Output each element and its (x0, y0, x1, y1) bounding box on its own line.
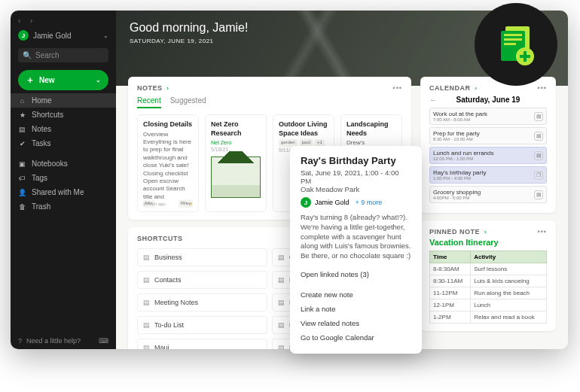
search-icon: 🔍 (23, 51, 32, 59)
nav-forward-icon[interactable]: › (30, 17, 38, 24)
shortcut-item[interactable]: ▤Business (137, 248, 267, 266)
search-placeholder: Search (35, 51, 60, 59)
tag-icon: 🏷 (18, 175, 26, 182)
note-icon: ▤ (143, 254, 150, 261)
pinned-title[interactable]: Vacation Itinerary (429, 238, 547, 247)
sidebar-item-notes[interactable]: ▤Notes (11, 122, 116, 136)
note-link-icon[interactable]: ▤ (534, 190, 543, 199)
calendar-event[interactable]: Lunch and run errands12:00 PM - 1:00 PM▤ (429, 147, 547, 164)
more-icon[interactable]: ••• (538, 228, 547, 236)
share-icon: 👤 (18, 189, 26, 196)
plus-icon: ＋ (26, 74, 35, 87)
avatar: J (18, 30, 29, 41)
note-icon: ▤ (278, 299, 285, 306)
note-icon: ▤ (18, 126, 26, 133)
popup-title: Ray's Birthday Party (301, 155, 411, 166)
pinned-note-panel: PINNED NOTE › ••• Vacation Itinerary Tim… (420, 220, 556, 331)
popup-datetime: Sat, June 19, 2021, 1:00 - 4:00 PM (301, 169, 411, 185)
sidebar: ‹ › J Jamie Gold ⌄ 🔍 Search ＋ New ⌄ ⌂Hom… (11, 11, 116, 349)
calendar-event[interactable]: Grocery shopping4:00PM - 5:00 PM▤ (429, 186, 547, 203)
calendar-event[interactable]: Work out at the park7:00 AM - 8:00 AM▤ (429, 108, 547, 125)
event-popup: Ray's Birthday Party Sat, June 19, 2021,… (290, 146, 422, 354)
note-card[interactable]: Net Zero Research Net Zero 5/18/21 (205, 114, 267, 212)
keyboard-icon[interactable]: ⌨ (99, 337, 108, 345)
sidebar-item-trash[interactable]: 🗑Trash (11, 199, 116, 214)
help-link[interactable]: ? Need a little help? ⌨ (11, 333, 116, 349)
go-to-google-calendar[interactable]: Go to Google Calendar (301, 330, 411, 345)
open-linked-notes[interactable]: Open linked notes (3) (301, 267, 411, 281)
note-icon: ▤ (143, 344, 150, 349)
house-sketch-icon (211, 156, 261, 198)
notes-header: NOTES (137, 84, 163, 92)
check-icon: ✔ (18, 140, 26, 147)
copy-icon[interactable]: ❐ (534, 171, 543, 180)
note-icon: ▤ (278, 254, 285, 261)
view-related-notes[interactable]: View related notes (301, 316, 411, 330)
more-icon[interactable]: ••• (393, 84, 402, 92)
note-icon: ▤ (143, 321, 150, 329)
calendar-event[interactable]: Ray's birthday party1:00 PM - 4:00 PM❐ (429, 166, 547, 184)
caret-right-icon[interactable]: › (167, 86, 169, 91)
table-row: 11-12PMRun along the beach (430, 287, 547, 299)
svg-rect-4 (504, 43, 516, 45)
table-row: 12-1PMLunch (430, 299, 547, 311)
caret-right-icon[interactable]: › (484, 229, 487, 235)
table-row: 8:30-11AMLuis & kids canoeing (430, 275, 547, 287)
sidebar-item-home[interactable]: ⌂Home (11, 93, 116, 108)
itinerary-table: TimeActivity 8-8:30AMSurf lessons 8:30-1… (429, 251, 547, 324)
popup-location: Oak Meadow Park (301, 185, 411, 193)
calendar-header: CALENDAR (429, 84, 471, 92)
search-input[interactable]: 🔍 Search (18, 48, 108, 62)
help-icon: ? (18, 337, 22, 345)
user-name: Jamie Gold (33, 32, 72, 40)
tab-recent[interactable]: Recent (137, 96, 161, 108)
trash-icon: 🗑 (18, 203, 26, 211)
note-icon: ▤ (278, 321, 285, 329)
note-card[interactable]: Closing Details Overview Everything is h… (137, 114, 199, 212)
caret-right-icon[interactable]: › (475, 86, 478, 91)
new-label: New (39, 76, 55, 84)
tab-suggested[interactable]: Suggested (170, 96, 206, 108)
note-icon: ▤ (143, 276, 150, 284)
create-new-note[interactable]: Create new note (301, 287, 411, 302)
sidebar-item-tags[interactable]: 🏷Tags (11, 171, 116, 185)
note-link-icon[interactable]: ▤ (534, 151, 543, 160)
star-icon: ★ (18, 111, 26, 119)
note-link-icon[interactable]: ▤ (534, 132, 543, 141)
link-a-note[interactable]: Link a note (301, 302, 411, 316)
sidebar-item-tasks[interactable]: ✔Tasks (11, 136, 116, 150)
svg-rect-3 (504, 38, 522, 41)
note-icon: ▤ (278, 276, 285, 284)
calendar-event[interactable]: Prep for the party8:30 AM - 10:00 AM▤ (429, 127, 547, 144)
table-row: 8-8:30AMSurf lessons (430, 263, 547, 275)
chevron-down-icon: ⌄ (96, 77, 101, 84)
shortcut-item[interactable]: ▤Contacts (137, 271, 267, 289)
note-icon: ▤ (278, 344, 285, 349)
shortcuts-header: SHORTCUTS (137, 235, 183, 242)
svg-rect-2 (504, 34, 522, 36)
svg-rect-7 (520, 55, 530, 58)
more-icon[interactable]: ••• (538, 84, 547, 92)
shortcut-item[interactable]: ▤Meeting Notes (137, 293, 267, 311)
calendar-date: Saturday, June 19 (456, 96, 520, 104)
pinned-header: PINNED NOTE (429, 228, 480, 236)
popup-body: Ray's turning 8 (already? what!?). We're… (301, 213, 411, 261)
sidebar-item-shortcuts[interactable]: ★Shortcuts (11, 108, 116, 122)
table-row: 1-2PMRelax and read a book (430, 311, 547, 324)
note-icon: ▤ (143, 299, 150, 306)
new-button[interactable]: ＋ New ⌄ (18, 70, 108, 90)
user-menu[interactable]: J Jamie Gold ⌄ (11, 27, 116, 44)
chevron-down-icon: ⌄ (103, 32, 108, 39)
avatar: J (301, 197, 311, 208)
calendar-panel: CALENDAR › ••• ← Saturday, June 19 Work … (420, 77, 556, 213)
nav-back-icon[interactable]: ‹ (18, 17, 26, 24)
home-icon: ⌂ (18, 97, 26, 105)
add-note-badge-icon[interactable] (475, 3, 557, 86)
sidebar-item-notebooks[interactable]: ▣Notebooks (11, 156, 116, 171)
shortcut-item[interactable]: ▤To-do List (137, 316, 267, 334)
note-link-icon[interactable]: ▤ (534, 112, 543, 121)
sidebar-item-shared[interactable]: 👤Shared with Me (11, 185, 116, 199)
shortcut-item[interactable]: ▤Maui (137, 339, 267, 349)
popup-attendees-more[interactable]: + 9 more (356, 199, 383, 206)
prev-day-icon[interactable]: ← (429, 96, 437, 104)
